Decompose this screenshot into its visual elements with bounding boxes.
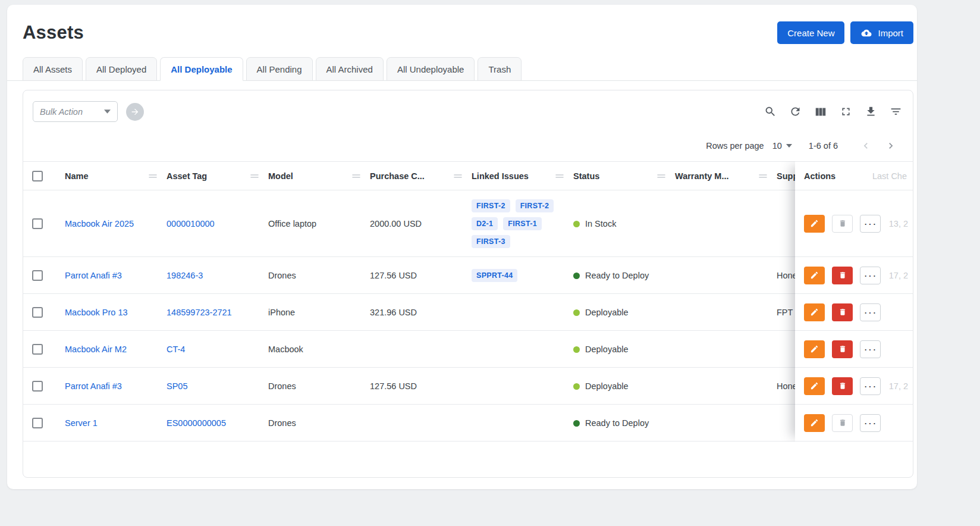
assets-card: Assets Create New Import All AssetsAll D… [7, 5, 917, 489]
tab-all-deployed[interactable]: All Deployed [86, 57, 157, 81]
table-row: Macbook Air M2CT-4MacbookDeployable [23, 331, 913, 368]
asset-name-link[interactable]: Macbook Air M2 [65, 345, 127, 354]
column-handle-icon[interactable] [555, 173, 564, 179]
tab-all-assets[interactable]: All Assets [23, 57, 83, 81]
tab-trash[interactable]: Trash [478, 57, 522, 81]
row-checkbox[interactable] [32, 307, 43, 318]
linked-issue-badge[interactable]: FIRST-1 [503, 217, 542, 230]
asset-tag-link[interactable]: SP05 [167, 381, 187, 391]
page-title: Assets [23, 22, 84, 43]
row-checkbox[interactable] [32, 418, 43, 428]
row-checkbox[interactable] [32, 270, 43, 281]
more-actions-button[interactable]: ··· [860, 215, 881, 233]
chevron-left-icon [860, 140, 872, 152]
delete-button[interactable] [832, 267, 853, 284]
refresh-button[interactable] [789, 105, 802, 118]
asset-name-link[interactable]: Macbook Air 2025 [65, 219, 134, 228]
edit-button[interactable] [804, 215, 825, 233]
column-header-warranty[interactable]: Warranty M... [669, 161, 771, 190]
row-checkbox[interactable] [32, 381, 43, 392]
column-header-name[interactable]: Name [59, 161, 161, 190]
asset-name-link[interactable]: Macbook Pro 13 [65, 308, 128, 317]
edit-button[interactable] [804, 377, 825, 395]
delete-button[interactable] [832, 377, 853, 395]
linked-issues-cell: FIRST-2FIRST-2D2-1FIRST-1FIRST-3 [472, 199, 561, 248]
linked-issue-badge[interactable]: FIRST-2 [472, 199, 510, 212]
delete-button[interactable] [832, 303, 853, 321]
linked-issue-badge[interactable]: D2-1 [472, 217, 498, 230]
asset-name-link[interactable]: Parrot Anafi #3 [65, 381, 122, 391]
row-checkbox[interactable] [32, 218, 43, 229]
delete-button[interactable] [832, 340, 853, 358]
purchase-cost-cell [364, 405, 466, 442]
asset-tag-link[interactable]: ES0000000005 [167, 418, 226, 428]
download-button[interactable] [865, 105, 877, 118]
delete-button[interactable] [832, 215, 853, 233]
tab-all-undeployable[interactable]: All Undeployable [387, 57, 475, 81]
more-actions-button[interactable]: ··· [860, 340, 881, 358]
column-handle-icon[interactable] [657, 173, 665, 179]
model-cell: Drones [262, 368, 364, 405]
asset-tag-link[interactable]: CT-4 [167, 345, 185, 354]
column-handle-icon[interactable] [352, 173, 360, 179]
column-header-linked_issues[interactable]: Linked Issues [466, 161, 567, 190]
more-actions-button[interactable]: ··· [860, 414, 881, 432]
column-handle-icon[interactable] [759, 173, 767, 179]
delete-button[interactable] [832, 414, 853, 432]
column-header-status[interactable]: Status [567, 161, 669, 190]
filter-button[interactable] [890, 105, 902, 118]
column-header-asset_tag[interactable]: Asset Tag [161, 161, 262, 190]
column-handle-icon[interactable] [149, 173, 157, 179]
columns-button[interactable] [814, 105, 827, 118]
create-new-label: Create New [787, 28, 834, 38]
asset-name-link[interactable]: Server 1 [65, 418, 98, 428]
tab-all-deployable[interactable]: All Deployable [160, 57, 243, 81]
edit-button[interactable] [804, 340, 825, 358]
create-new-button[interactable]: Create New [777, 21, 844, 44]
search-button[interactable] [764, 105, 777, 118]
column-header-select[interactable] [23, 161, 59, 190]
model-cell: Drones [262, 405, 364, 442]
linked-issue-badge[interactable]: FIRST-3 [472, 235, 510, 248]
ellipsis-icon: ··· [864, 343, 877, 355]
import-button[interactable]: Import [850, 21, 913, 44]
column-handle-icon[interactable] [250, 173, 259, 179]
rows-per-page-value: 10 [772, 141, 782, 151]
tab-all-pending[interactable]: All Pending [246, 57, 313, 81]
edit-button[interactable] [804, 414, 825, 432]
pencil-icon [810, 308, 819, 317]
actions-row: ··· [795, 331, 913, 368]
select-all-checkbox[interactable] [32, 171, 43, 181]
tab-all-archived[interactable]: All Archived [316, 57, 384, 81]
more-actions-button[interactable]: ··· [860, 303, 881, 321]
edit-button[interactable] [804, 267, 825, 284]
fullscreen-button[interactable] [840, 105, 852, 118]
linked-issue-badge[interactable]: FIRST-2 [516, 199, 554, 212]
asset-tag-link[interactable]: 0000010000 [167, 219, 215, 228]
bulk-action-select[interactable]: Bulk Action [33, 101, 118, 122]
table-row: Macbook Pro 13148599723-2721iPhone321.96… [23, 294, 913, 331]
status-dot [573, 309, 580, 316]
actions-column-header: Actions Last Che [795, 161, 913, 190]
next-page-button[interactable] [878, 140, 903, 152]
previous-page-button[interactable] [853, 140, 878, 152]
status-cell: Deployable [567, 368, 669, 405]
model-cell: iPhone [262, 294, 364, 331]
more-actions-button[interactable]: ··· [860, 267, 881, 284]
trash-icon [838, 271, 847, 280]
column-header-model[interactable]: Model [262, 161, 364, 190]
column-header-purchase_cost[interactable]: Purchase C... [364, 161, 466, 190]
search-icon [764, 105, 777, 118]
asset-tag-link[interactable]: 148599723-2721 [167, 308, 232, 317]
column-handle-icon[interactable] [454, 173, 462, 179]
asset-tag-link[interactable]: 198246-3 [167, 271, 203, 280]
bulk-action-placeholder: Bulk Action [40, 107, 83, 117]
ellipsis-icon: ··· [864, 218, 877, 229]
linked-issue-badge[interactable]: SPPRT-44 [472, 269, 517, 282]
bulk-action-go-button[interactable] [126, 103, 144, 121]
row-checkbox[interactable] [32, 344, 43, 355]
edit-button[interactable] [804, 303, 825, 321]
rows-per-page-select[interactable]: 10 [772, 141, 792, 151]
asset-name-link[interactable]: Parrot Anafi #3 [65, 271, 122, 280]
more-actions-button[interactable]: ··· [860, 377, 881, 395]
